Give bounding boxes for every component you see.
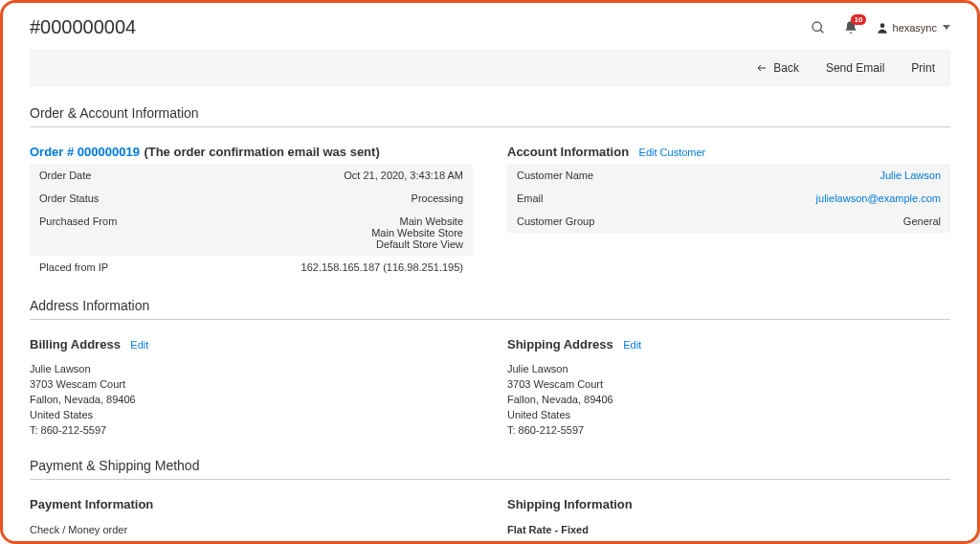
customer-name-label: Customer Name: [517, 170, 593, 181]
row-placed-from-ip: Placed from IP 162.158.165.187 (116.98.2…: [30, 256, 473, 279]
action-bar: Back Send Email Print: [30, 50, 950, 86]
placed-from-ip-label: Placed from IP: [39, 261, 108, 273]
customer-name-link[interactable]: Julie Lawson: [880, 170, 941, 181]
notifications-icon[interactable]: 10: [843, 20, 858, 35]
order-account-section: Order & Account Information Order # 0000…: [30, 105, 950, 279]
order-date-value: Oct 21, 2020, 3:43:18 AM: [344, 170, 463, 181]
customer-email-label: Email: [517, 193, 544, 204]
placed-from-ip-value: 162.158.165.187 (116.98.251.195): [301, 261, 463, 273]
username: hexasync: [893, 22, 937, 34]
billing-address-block: Julie Lawson 3703 Wescam Court Fallon, N…: [30, 362, 473, 439]
section-title-address: Address Information: [30, 298, 950, 320]
row-customer-name: Customer Name Julie Lawson: [507, 164, 950, 187]
shipping-address-title: Shipping Address: [507, 337, 613, 351]
payment-method: Check / Money order: [30, 522, 473, 538]
shipping-address-column: Shipping Address Edit Julie Lawson 3703 …: [507, 329, 950, 439]
account-info-title: Account Information: [507, 145, 629, 159]
send-email-button[interactable]: Send Email: [826, 61, 884, 75]
billing-address-edit-link[interactable]: Edit: [130, 339, 148, 351]
svg-line-1: [820, 30, 823, 33]
edit-customer-link[interactable]: Edit Customer: [639, 147, 706, 158]
section-title-order-account: Order & Account Information: [30, 105, 950, 127]
svg-point-0: [813, 22, 821, 31]
shipping-address-block: Julie Lawson 3703 Wescam Court Fallon, N…: [507, 362, 950, 439]
order-confirmation-note: (The order confirmation email was sent): [144, 145, 379, 159]
billing-address-column: Billing Address Edit Julie Lawson 3703 W…: [30, 329, 473, 439]
shipping-info-column: Shipping Information Flat Rate - Fixed T…: [507, 489, 950, 541]
section-title-payship: Payment & Shipping Method: [30, 458, 950, 480]
row-purchased-from: Purchased From Main Website Main Website…: [30, 210, 473, 256]
row-order-date: Order Date Oct 21, 2020, 3:43:18 AM: [30, 164, 473, 187]
payment-shipping-section: Payment & Shipping Method Payment Inform…: [30, 458, 950, 541]
payment-info-column: Payment Information Check / Money order …: [30, 489, 473, 541]
user-menu[interactable]: hexasync: [876, 21, 950, 34]
purchased-from-label: Purchased From: [39, 215, 117, 250]
account-info-column: Account Information Edit Customer Custom…: [507, 137, 950, 279]
address-info-section: Address Information Billing Address Edit…: [30, 298, 950, 439]
back-button[interactable]: Back: [756, 61, 799, 75]
page-header: #000000004 10 hexasync: [30, 16, 950, 38]
chevron-down-icon: [943, 25, 950, 30]
customer-group-value: General: [903, 215, 941, 227]
purchased-from-value: Main Website Main Website Store Default …: [371, 215, 463, 250]
order-date-label: Order Date: [39, 170, 91, 181]
print-button[interactable]: Print: [911, 61, 935, 75]
svg-point-2: [880, 23, 884, 28]
order-info-column: Order # 000000019 (The order confirmatio…: [30, 137, 473, 279]
payment-info-title: Payment Information: [30, 497, 153, 511]
customer-group-label: Customer Group: [517, 215, 594, 227]
shipping-method: Flat Rate - Fixed: [507, 522, 950, 538]
billing-address-title: Billing Address: [30, 337, 121, 351]
user-icon: [876, 21, 889, 34]
header-tools: 10 hexasync: [811, 20, 950, 35]
customer-email-link[interactable]: julielawson@example.com: [816, 193, 941, 204]
arrow-left-icon: [756, 62, 768, 74]
notification-badge: 10: [851, 14, 867, 25]
row-order-status: Order Status Processing: [30, 187, 473, 210]
shipping-address-edit-link[interactable]: Edit: [623, 339, 641, 351]
row-customer-group: Customer Group General: [507, 210, 950, 233]
back-label: Back: [773, 61, 799, 75]
order-number-link[interactable]: Order # 000000019: [30, 145, 140, 159]
shipping-info-title: Shipping Information: [507, 497, 633, 511]
page-title: #000000004: [30, 16, 136, 38]
order-status-value: Processing: [412, 193, 463, 204]
order-status-label: Order Status: [39, 193, 99, 204]
row-customer-email: Email julielawson@example.com: [507, 187, 950, 210]
search-icon[interactable]: [811, 20, 826, 35]
